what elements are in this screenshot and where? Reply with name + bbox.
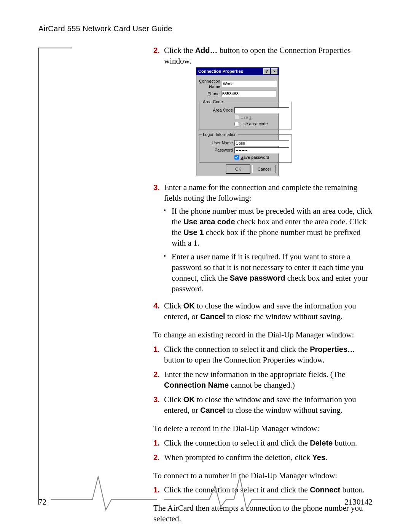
input-password[interactable] [234, 147, 289, 153]
checkbox-save-password-label: Save password [241, 155, 269, 160]
help-icon[interactable]: ? [263, 68, 270, 74]
checkbox-use-1[interactable]: Use 1 [234, 115, 289, 120]
bold: OK [183, 302, 195, 310]
ecg-decoration-right [164, 469, 308, 511]
close-icon[interactable]: × [271, 68, 278, 74]
legend-logon: Logon Information [202, 132, 238, 137]
para-change: To change an existing record in the Dial… [153, 330, 373, 340]
dialog-title: Connection Properties [197, 69, 263, 74]
step-number: 3. [153, 395, 160, 405]
step-number: 2. [153, 369, 160, 380]
margin-rule-vertical [38, 48, 39, 505]
text: Enter a name for the connection and comp… [164, 183, 357, 203]
bold: Use 1 [183, 228, 204, 236]
page: AirCard 555 Network Card User Guide 2. C… [0, 0, 411, 532]
bold: Cancel [200, 406, 225, 414]
ok-button[interactable]: OK [226, 165, 250, 173]
main-content: 2. Click the Add… button to open the Con… [153, 45, 373, 528]
bullet-icon [164, 209, 166, 211]
bullet-area-code: If the phone number must be preceded wit… [164, 206, 373, 252]
bold: Save password [230, 274, 285, 282]
page-number: 72 [38, 497, 46, 507]
input-phone[interactable] [221, 91, 276, 97]
bold: Cancel [200, 312, 225, 321]
ecg-decoration-left [51, 469, 157, 511]
step-3: 3. Click OK to close the window and save… [153, 395, 373, 419]
step-3: 3. Enter a name for the connection and c… [153, 182, 373, 300]
checkbox-save-password[interactable]: Save password [234, 155, 289, 160]
step-2: 2. When prompted to confirm the deletion… [153, 452, 373, 466]
bold: Delete [310, 439, 333, 447]
checkbox-use-area-code[interactable]: Use area code [234, 121, 289, 127]
para-delete: To delete a record in the Dial-Up Manage… [153, 423, 373, 434]
step-number: 1. [153, 438, 160, 448]
step-2: 2. Click the Add… button to open the Con… [153, 45, 373, 182]
steps-delete: 1. Click the connection to select it and… [153, 438, 373, 466]
bold: Yes [312, 453, 325, 462]
bold: OK [183, 395, 195, 404]
connection-properties-dialog: Connection Properties ? × Connection Nam… [196, 67, 279, 176]
step-4: 4. Click OK to close the window and save… [153, 301, 373, 325]
bold: Connection Name [164, 381, 229, 389]
step-number: 2. [153, 452, 160, 463]
row-connection-name: Connection Name [199, 78, 276, 89]
text: . [325, 453, 327, 462]
checkbox-save-password-input[interactable] [234, 155, 239, 160]
checkbox-use-area-code-input[interactable] [234, 122, 239, 126]
running-header: AirCard 555 Network Card User Guide [38, 24, 172, 33]
text: button. [333, 438, 357, 447]
label-area-code: Area Code [202, 107, 234, 113]
text: Click [164, 301, 183, 310]
step-number: 3. [153, 182, 160, 193]
input-area-code[interactable] [234, 107, 289, 113]
bold: Properties… [310, 345, 355, 353]
margin-rule-horizontal [38, 48, 72, 48]
titlebar: Connection Properties ? × [196, 68, 279, 75]
steps-change: 1. Click the connection to select it and… [153, 344, 373, 419]
row-password: Password [202, 147, 289, 153]
bold: Use area code [183, 217, 235, 226]
legend-area-code: Area Code [202, 99, 224, 105]
label-username: User Name [202, 140, 234, 146]
step-number: 2. [153, 45, 160, 56]
text: to close the window without saving. [225, 312, 343, 321]
cancel-button[interactable]: Cancel [252, 165, 276, 173]
text: Enter the new information in the appropr… [164, 370, 345, 379]
step-1: 1. Click the connection to select it and… [153, 438, 373, 452]
bullet-username: Enter a user name if it is required. If … [164, 252, 373, 297]
text: Click the connection to select it and cl… [164, 345, 310, 354]
checkbox-use-1-input[interactable] [234, 115, 239, 120]
dialog-body: Connection Name Phone Area Code Area Co [196, 75, 279, 176]
label-password: Password [202, 147, 234, 153]
steps-add: 2. Click the Add… button to open the Con… [153, 45, 373, 325]
sub-bullets: If the phone number must be preceded wit… [164, 206, 373, 297]
bold-add: Add… [195, 46, 218, 54]
row-area-code: Area Code [202, 107, 289, 113]
text: When prompted to confirm the deletion, c… [164, 453, 312, 462]
checkbox-use-area-code-label: Use area code [241, 121, 268, 127]
text: Click the [164, 46, 195, 55]
dialog-buttons: OK Cancel [199, 165, 276, 173]
row-phone: Phone [199, 91, 276, 97]
step-number: 4. [153, 301, 160, 311]
bullet-icon [164, 255, 166, 257]
text: button to open the Connection Properties… [164, 355, 325, 364]
group-logon: Logon Information User Name Password [199, 132, 292, 163]
text: cannot be changed.) [229, 380, 295, 390]
step-1: 1. Click the connection to select it and… [153, 344, 373, 369]
text: button. [340, 485, 365, 494]
input-username[interactable] [234, 140, 289, 146]
text: to close the window without saving. [225, 406, 343, 415]
input-connection-name[interactable] [222, 81, 277, 87]
doc-number: 2130142 [345, 497, 373, 507]
bold: Connect [310, 486, 340, 494]
step-number: 1. [153, 344, 160, 355]
label-phone: Phone [199, 91, 221, 97]
step-2: 2. Enter the new information in the appr… [153, 369, 373, 394]
checkbox-use-1-label: Use 1 [241, 115, 252, 120]
group-area-code: Area Code Area Code Use 1 [199, 99, 292, 129]
text: Click [164, 395, 183, 404]
text: Click the connection to select it and cl… [164, 438, 310, 447]
label-connection-name: Connection Name [199, 78, 222, 89]
row-username: User Name [202, 140, 289, 146]
